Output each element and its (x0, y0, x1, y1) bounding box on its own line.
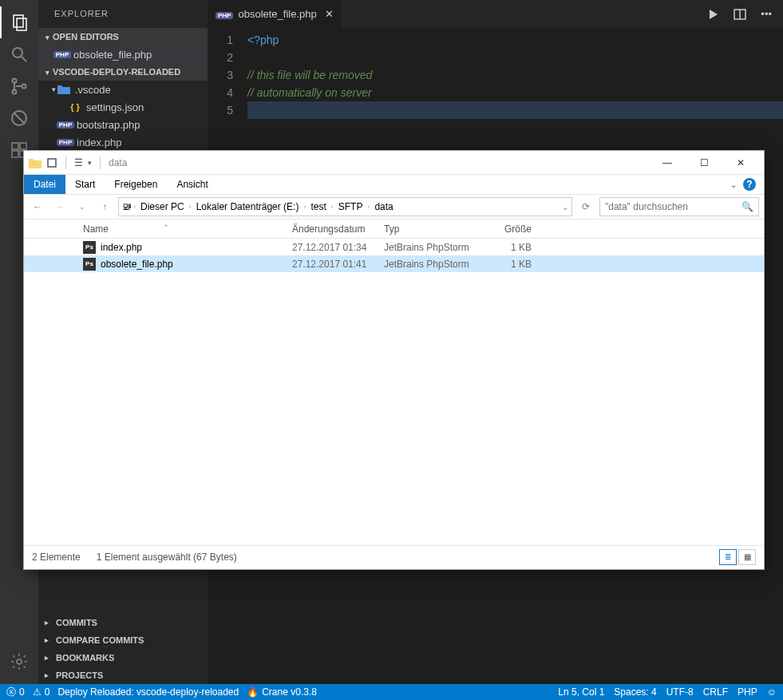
tab-obsolete-file[interactable]: PHP obsolete_file.php ✕ (208, 0, 342, 28)
debug-icon[interactable] (0, 102, 38, 134)
forward-button[interactable]: → (51, 198, 69, 216)
status-language[interactable]: PHP (738, 686, 757, 698)
recent-dropdown-icon[interactable]: ⌄ (73, 198, 91, 216)
status-spaces[interactable]: Spaces: 4 (614, 686, 656, 698)
svg-point-13 (17, 659, 22, 664)
file-index-php[interactable]: PHP index.php (38, 133, 208, 151)
run-icon[interactable] (706, 8, 719, 21)
status-bar: ⓧ0 ⚠0 Deploy Reloaded: vscode-deploy-rel… (0, 684, 783, 700)
line-gutter: 12345 (208, 28, 247, 124)
svg-point-6 (22, 85, 26, 89)
selection-info: 1 Element ausgewählt (67 Bytes) (97, 552, 237, 563)
status-warnings[interactable]: ⚠0 (33, 686, 50, 698)
ribbon-file[interactable]: Datei (24, 175, 65, 194)
php-file-icon: PHP (59, 136, 72, 148)
open-editor-item[interactable]: PHP obsolete_file.php (38, 45, 208, 63)
crumb-dropdown-icon[interactable]: ⌄ (562, 203, 568, 212)
minimize-button[interactable]: — (649, 152, 686, 174)
explorer-title: EXPLORER (38, 0, 208, 28)
up-button[interactable]: ↑ (96, 198, 113, 216)
code-line (247, 49, 783, 66)
pc-icon: 🖳 (122, 201, 132, 212)
code-line: <?php (247, 31, 783, 49)
close-icon[interactable]: ✕ (325, 8, 334, 20)
folder-icon (29, 157, 42, 168)
php-file-icon: PHP (59, 118, 72, 131)
svg-rect-16 (48, 159, 56, 167)
icons-view-button[interactable]: ▦ (738, 549, 756, 565)
status-crane[interactable]: 🔥Crane v0.3.8 (247, 686, 317, 698)
file-row[interactable]: Psindex.php27.12.2017 01:34JetBrains Php… (24, 239, 764, 255)
details-view-button[interactable]: ≣ (719, 549, 737, 565)
php-file-icon: PHP (56, 48, 69, 61)
properties-icon[interactable]: ☰ (74, 157, 83, 168)
svg-point-4 (13, 79, 17, 83)
file-bootstrap-php[interactable]: PHP bootstrap.php (38, 116, 208, 133)
folder-vscode[interactable]: ▾ .vscode (38, 81, 208, 98)
fe-titlebar[interactable]: ☰ ▾ data — ☐ ✕ (24, 151, 764, 175)
section-projects[interactable]: ▸PROJECTS (38, 666, 208, 684)
open-editors-header[interactable]: ▾OPEN EDITORS (38, 28, 208, 45)
fe-columns[interactable]: Name⌃ Änderungsdatum Typ Größe (24, 219, 764, 239)
folder-icon (57, 83, 70, 96)
qat-icon[interactable] (46, 157, 57, 168)
breadcrumb[interactable]: 🖳› Dieser PC› Lokaler Datenträger (E:)› … (118, 197, 572, 216)
help-icon[interactable]: ? (743, 178, 756, 191)
section-compare-commits[interactable]: ▸COMPARE COMMITS (38, 631, 208, 649)
split-editor-icon[interactable] (734, 8, 746, 21)
dropdown-icon[interactable]: ▾ (88, 159, 92, 167)
flame-icon: 🔥 (247, 686, 259, 698)
section-commits[interactable]: ▸COMMITS (38, 614, 208, 631)
sidebar-bottom-sections: ▸COMMITS ▸COMPARE COMMITS ▸BOOKMARKS ▸PR… (38, 614, 208, 684)
status-deploy[interactable]: Deploy Reloaded: vscode-deploy-reloaded (57, 686, 239, 698)
file-row[interactable]: Psobsolete_file.php27.12.2017 01:41JetBr… (24, 255, 764, 272)
fe-file-list[interactable]: Psindex.php27.12.2017 01:34JetBrains Php… (24, 239, 764, 545)
refresh-button[interactable]: ⟳ (577, 198, 595, 216)
code-line-current (247, 101, 783, 119)
search-icon[interactable]: 🔍 (741, 201, 753, 212)
code-line: // this file will be removed (247, 66, 783, 84)
back-button[interactable]: ← (29, 198, 46, 216)
status-lncol[interactable]: Ln 5, Col 1 (558, 686, 604, 698)
file-explorer-window: ☰ ▾ data — ☐ ✕ Datei Start Freigeben Ans… (23, 150, 765, 570)
fe-address-bar: ← → ⌄ ↑ 🖳› Dieser PC› Lokaler Datenträge… (24, 194, 764, 219)
feedback-icon[interactable]: ☺ (767, 686, 777, 698)
maximize-button[interactable]: ☐ (686, 152, 722, 174)
svg-point-2 (13, 48, 22, 57)
ribbon-share[interactable]: Freigeben (105, 175, 167, 194)
window-title: data (109, 157, 127, 168)
search-icon[interactable] (0, 38, 38, 70)
more-icon[interactable]: ••• (761, 8, 772, 21)
close-button[interactable]: ✕ (722, 152, 759, 174)
settings-gear-icon[interactable] (0, 646, 38, 678)
ribbon-start[interactable]: Start (65, 175, 105, 194)
editor-tabs: PHP obsolete_file.php ✕ ••• (208, 0, 783, 28)
warning-icon: ⚠ (33, 686, 42, 698)
search-input[interactable] (605, 201, 741, 212)
svg-rect-10 (20, 143, 26, 149)
svg-point-5 (13, 90, 17, 94)
phpstorm-file-icon: Ps (83, 258, 96, 271)
workspace-header[interactable]: ▾VSCODE-DEPLOY-RELOADED (38, 63, 208, 81)
svg-line-3 (22, 57, 26, 61)
sort-indicator-icon: ⌃ (163, 223, 169, 231)
status-encoding[interactable]: UTF-8 (666, 686, 694, 698)
svg-rect-11 (12, 151, 18, 157)
section-bookmarks[interactable]: ▸BOOKMARKS (38, 649, 208, 666)
php-file-icon: PHP (216, 8, 233, 20)
code-editor[interactable]: 12345 <?php // this file will be removed… (208, 28, 783, 124)
file-settings-json[interactable]: { } settings.json (38, 98, 208, 116)
status-eol[interactable]: CRLF (703, 686, 728, 698)
source-control-icon[interactable] (0, 70, 38, 102)
ribbon-view[interactable]: Ansicht (167, 175, 217, 194)
search-box[interactable]: 🔍 (599, 197, 759, 216)
fe-ribbon: Datei Start Freigeben Ansicht ⌄ ? (24, 175, 764, 194)
error-icon: ⓧ (6, 686, 16, 699)
item-count: 2 Elemente (32, 552, 81, 563)
status-errors[interactable]: ⓧ0 (6, 686, 25, 699)
phpstorm-file-icon: Ps (83, 241, 96, 254)
ribbon-expand-icon[interactable]: ⌄ (730, 180, 737, 189)
explorer-icon[interactable] (0, 6, 38, 38)
svg-line-8 (14, 113, 25, 124)
json-file-icon: { } (69, 101, 81, 113)
